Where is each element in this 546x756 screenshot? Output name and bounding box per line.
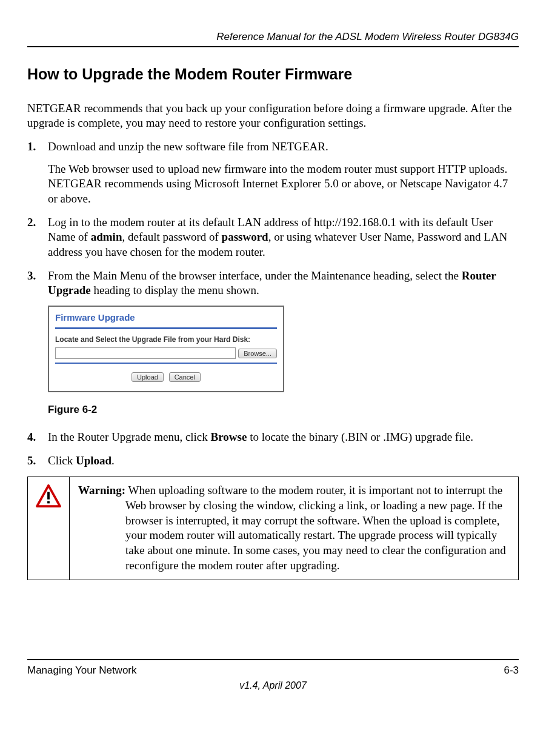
svg-rect-2 <box>47 501 50 504</box>
intro-paragraph: NETGEAR recommends that you back up your… <box>27 101 519 131</box>
browse-button[interactable]: Browse... <box>238 349 277 358</box>
running-header: Reference Manual for the ADSL Modem Wire… <box>27 30 519 44</box>
firmware-upgrade-screenshot: Firmware Upgrade Locate and Select the U… <box>48 306 284 392</box>
step-5: Click Upload. <box>27 453 519 469</box>
step-1-text: Download and unzip the new software file… <box>48 139 519 155</box>
warning-box: Warning: When uploading software to the … <box>27 477 519 580</box>
step-2: Log in to the modem router at its defaul… <box>27 215 519 260</box>
svg-rect-1 <box>47 492 50 500</box>
header-rule <box>27 46 519 47</box>
upload-button[interactable]: Upload <box>132 372 164 382</box>
page-footer: Managing Your Network 6-3 v1.4, April 20… <box>27 659 519 692</box>
upload-input-row: Browse... <box>55 347 277 359</box>
step-1: Download and unzip the new software file… <box>27 139 519 207</box>
section-heading: How to Upgrade the Modem Router Firmware <box>27 64 519 84</box>
figure-caption: Figure 6-2 <box>48 403 519 416</box>
step-4-text: In the Router Upgrade menu, click Browse… <box>48 430 519 445</box>
footer-rule <box>27 659 519 660</box>
panel-title: Firmware Upgrade <box>55 312 277 324</box>
warning-icon-cell <box>28 477 70 580</box>
step-1-detail: The Web browser used to upload new firmw… <box>48 162 519 207</box>
step-2-text: Log in to the modem router at its defaul… <box>48 215 519 260</box>
warning-icon <box>36 484 61 507</box>
step-3-text: From the Main Menu of the browser interf… <box>48 269 519 298</box>
footer-page-number: 6-3 <box>504 664 519 677</box>
step-5-text: Click Upload. <box>48 453 519 469</box>
step-3: From the Main Menu of the browser interf… <box>27 269 519 416</box>
warning-text-cell: Warning: When uploading software to the … <box>70 477 519 580</box>
upload-field-label: Locate and Select the Upgrade File from … <box>55 335 277 345</box>
footer-version: v1.4, April 2007 <box>27 680 519 692</box>
panel-button-row: Upload Cancel <box>55 369 277 384</box>
panel-divider <box>55 327 277 329</box>
cancel-button[interactable]: Cancel <box>169 372 201 382</box>
steps-list: Download and unzip the new software file… <box>27 139 519 468</box>
upgrade-file-input[interactable] <box>55 347 236 359</box>
warning-text: Warning: When uploading software to the … <box>78 483 510 573</box>
panel-divider-2 <box>55 363 277 364</box>
step-4: In the Router Upgrade menu, click Browse… <box>27 430 519 445</box>
footer-section-name: Managing Your Network <box>27 664 137 677</box>
